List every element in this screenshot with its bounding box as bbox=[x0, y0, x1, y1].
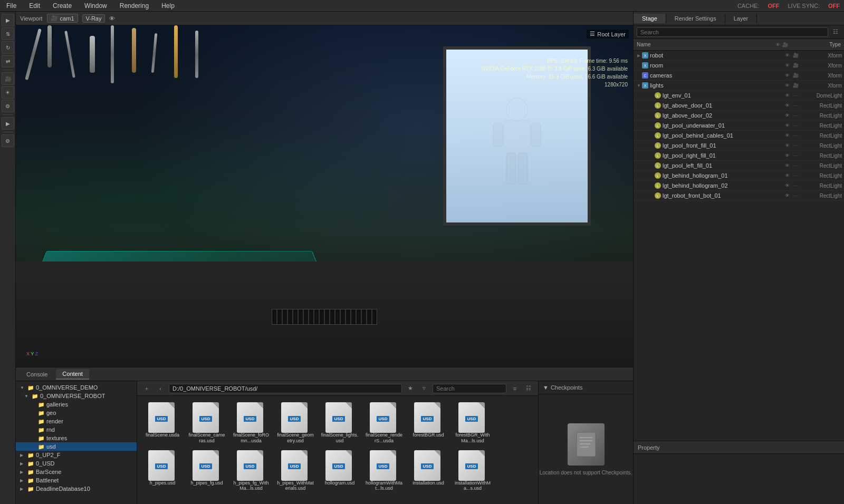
lgt-pool-front-eye-icon[interactable]: 👁 bbox=[783, 141, 791, 150]
path-input[interactable] bbox=[169, 384, 402, 393]
tab-content[interactable]: Content bbox=[56, 369, 89, 380]
menu-item-create[interactable]: Create bbox=[51, 1, 74, 11]
lgt-behind-holo-01-eye-icon[interactable]: 👁 bbox=[783, 171, 791, 180]
stage-item-lgt-above-door-02[interactable]: L lgt_above_door_02 👁 — RectLight bbox=[634, 111, 844, 121]
tab-render-settings[interactable]: Render Settings bbox=[666, 14, 725, 23]
cameras-cam-icon[interactable]: 🎥 bbox=[791, 71, 800, 80]
menu-item-rendering[interactable]: Rendering bbox=[118, 1, 151, 11]
lgt-pool-uw-eye-icon[interactable]: 👁 bbox=[783, 121, 791, 130]
filter-btn[interactable]: ▿ bbox=[419, 383, 429, 394]
tree-item-0up2f[interactable]: ▶ 📁 0_UP2_F bbox=[16, 451, 137, 459]
stage-item-lgt-behind-hollogram-01[interactable]: L lgt_behind_hollogram_01 👁 — RectLight bbox=[634, 171, 844, 181]
view-options-btn[interactable]: ≡ bbox=[510, 383, 520, 394]
stage-item-lights[interactable]: ▼ X lights 👁 🎥 Xform bbox=[634, 81, 844, 91]
tree-item-omniverse-robot[interactable]: ▼ 📁 0_OMNIVERSE_ROBOT bbox=[16, 392, 137, 400]
cameras-eye-icon[interactable]: 👁 bbox=[783, 71, 791, 80]
stage-item-lgt-robot-front-bot-01[interactable]: L lgt_robot_front_bot_01 👁 — RectLight bbox=[634, 191, 844, 201]
tree-item-geo[interactable]: 📁 geo bbox=[16, 409, 137, 417]
nav-add-btn[interactable]: + bbox=[141, 383, 152, 394]
tree-item-0usd[interactable]: ▶ 📁 0_USD bbox=[16, 459, 137, 468]
file-item-11[interactable]: USD h_pipes_WithMaterials.usd bbox=[274, 448, 316, 494]
toolbar-camera-btn[interactable]: 🎥 bbox=[2, 72, 14, 85]
file-item-8[interactable]: USD h_pipes.usd bbox=[141, 448, 184, 494]
menu-item-help[interactable]: Help bbox=[159, 1, 177, 11]
tree-item-galleries[interactable]: 📁 galleries bbox=[16, 400, 137, 409]
tree-item-textures[interactable]: 📁 textures bbox=[16, 434, 137, 442]
file-item-7[interactable]: USD forestBGR_WithMa...ls.usd bbox=[452, 400, 494, 446]
filter-toggle-btn[interactable]: ☷ bbox=[523, 383, 534, 394]
file-item-9[interactable]: USD h_pipes_fg.usd bbox=[186, 448, 228, 494]
toolbar-light-btn[interactable]: ☀ bbox=[2, 86, 14, 99]
stage-search-input[interactable] bbox=[637, 27, 828, 37]
lgt-above-door-01-eye-icon[interactable]: 👁 bbox=[783, 101, 791, 110]
robot-cam-icon[interactable]: 🎥 bbox=[791, 51, 800, 60]
bookmark-btn[interactable]: ★ bbox=[405, 383, 416, 394]
toolbar-scale-btn[interactable]: ⇄ bbox=[2, 55, 14, 67]
tree-item-render[interactable]: 📁 render bbox=[16, 417, 137, 425]
file-item-14[interactable]: USD installation.usd bbox=[407, 448, 449, 494]
stage-item-lgt-behind-hollogram-02[interactable]: L lgt_behind_hollogram_02 👁 — RectLight bbox=[634, 181, 844, 191]
tab-stage[interactable]: Stage bbox=[634, 14, 666, 23]
stage-item-robot[interactable]: ▶ X robot 👁 🎥 Xform bbox=[634, 51, 844, 61]
lgt-env-eye-icon[interactable]: 👁 bbox=[783, 91, 791, 100]
camera-selector[interactable]: 🎥 cam1 bbox=[47, 14, 78, 23]
tree-item-usd[interactable]: 📁 usd bbox=[16, 442, 137, 451]
nav-back-btn[interactable]: ‹ bbox=[155, 383, 166, 394]
stage-item-lgt-pool-left-fill-01[interactable]: L lgt_pool_left_fill_01 👁 — RectLight bbox=[634, 161, 844, 171]
file-item-3[interactable]: USD finalScene_geometry.usd bbox=[274, 400, 316, 446]
visibility-toggle[interactable]: 👁 bbox=[109, 15, 115, 22]
tree-item-deadlinedb[interactable]: ▶ 📁 DeadlineDatabase10 bbox=[16, 484, 137, 493]
stage-filter-btn[interactable]: ☷ bbox=[830, 27, 841, 37]
stage-item-cameras[interactable]: C cameras 👁 🎥 Xform bbox=[634, 71, 844, 81]
tree-item-battlenet[interactable]: ▶ 📁 Battlenet bbox=[16, 476, 137, 484]
lgt-pool-left-eye-icon[interactable]: 👁 bbox=[783, 161, 791, 170]
stage-item-lgt-pool-right-fill-01[interactable]: L lgt_pool_right_fill_01 👁 — RectLight bbox=[634, 151, 844, 161]
lgt-above-door-02-eye-icon[interactable]: 👁 bbox=[783, 111, 791, 120]
toolbar-settings-btn[interactable]: ⚙ bbox=[2, 134, 14, 147]
toolbar-play-btn[interactable]: ▶ bbox=[2, 117, 14, 130]
stage-item-lgt-pool-front-fill-01[interactable]: L lgt_pool_front_fill_01 👁 — RectLight bbox=[634, 141, 844, 151]
stage-item-room[interactable]: X room 👁 🎥 Xform bbox=[634, 61, 844, 71]
file-item-5[interactable]: USD finalScene_renderS...usda bbox=[363, 400, 405, 446]
tree-item-barscene[interactable]: ▶ 📁 BarScene bbox=[16, 468, 137, 476]
tree-item-rnd[interactable]: 📁 rnd bbox=[16, 425, 137, 434]
file-item-0[interactable]: USD finalScene.usda bbox=[141, 400, 184, 446]
file-item-10[interactable]: USD h_pipes_fg_WithMa...ls.usd bbox=[230, 448, 272, 494]
toolbar-select-btn[interactable]: ▶ bbox=[2, 14, 14, 26]
viewport-scene[interactable]: FPS: 104.63, Frame time: 9.56 ms NVIDIA … bbox=[16, 25, 633, 367]
lgt-pool-right-eye-icon[interactable]: 👁 bbox=[783, 151, 791, 160]
root-layer-label: Root Layer bbox=[597, 31, 626, 37]
lgt-behind-holo-02-eye-icon[interactable]: 👁 bbox=[783, 181, 791, 190]
renderer-selector[interactable]: V-Ray bbox=[82, 14, 106, 23]
file-item-13[interactable]: USD hollogramWithMat...ls.usd bbox=[363, 448, 405, 494]
lights-eye-icon[interactable]: 👁 bbox=[783, 81, 791, 90]
robot-eye-icon[interactable]: 👁 bbox=[783, 51, 791, 60]
tab-layer[interactable]: Layer bbox=[725, 14, 757, 23]
room-eye-icon[interactable]: 👁 bbox=[783, 61, 791, 70]
file-item-1[interactable]: USD finalScene_cameras.usd bbox=[186, 400, 228, 446]
file-item-6[interactable]: USD forestBGR.usd bbox=[407, 400, 449, 446]
stage-item-lgt-above-door-01[interactable]: L lgt_above_door_01 👁 — RectLight bbox=[634, 101, 844, 111]
toolbar-snap-btn[interactable]: ⚙ bbox=[2, 100, 14, 112]
tree-item-omniverse-demo[interactable]: ▼ 📁 0_OMNIVERSE_DEMO bbox=[16, 383, 137, 392]
usd-icon-8: USD bbox=[148, 450, 177, 479]
lgt-robot-front-bot-eye-icon[interactable]: 👁 bbox=[783, 191, 791, 200]
room-cam-icon[interactable]: 🎥 bbox=[791, 61, 800, 70]
file-item-2[interactable]: USD finalScene_foROmn...usda bbox=[230, 400, 272, 446]
file-item-15[interactable]: USD installationWithMa...s.usd bbox=[452, 448, 494, 494]
toolbar-rotate-btn[interactable]: ↻ bbox=[2, 41, 14, 54]
content-search-input[interactable] bbox=[433, 384, 506, 393]
file-item-12[interactable]: USD hollogram.usd bbox=[319, 448, 361, 494]
menu-item-edit[interactable]: Edit bbox=[27, 1, 42, 11]
tab-console[interactable]: Console bbox=[20, 370, 54, 379]
file-item-4[interactable]: USD finalScene_lights.usd bbox=[319, 400, 361, 446]
menu-item-file[interactable]: File bbox=[4, 1, 18, 11]
stage-item-lgt-env-01[interactable]: L lgt_env_01 👁 — DomeLight bbox=[634, 91, 844, 101]
toolbar-move-btn[interactable]: ⇅ bbox=[2, 27, 14, 40]
stage-item-lgt-pool-underwater-01[interactable]: L lgt_pool_underwater_01 👁 — RectLight bbox=[634, 121, 844, 131]
col-type-header: Type bbox=[799, 42, 841, 47]
lgt-pool-cables-eye-icon[interactable]: 👁 bbox=[783, 131, 791, 140]
stage-item-lgt-pool-behind-cables-01[interactable]: L lgt_pool_behind_cables_01 👁 — RectLigh… bbox=[634, 131, 844, 141]
lights-cam-icon[interactable]: 🎥 bbox=[791, 81, 800, 90]
menu-item-window[interactable]: Window bbox=[82, 1, 109, 11]
